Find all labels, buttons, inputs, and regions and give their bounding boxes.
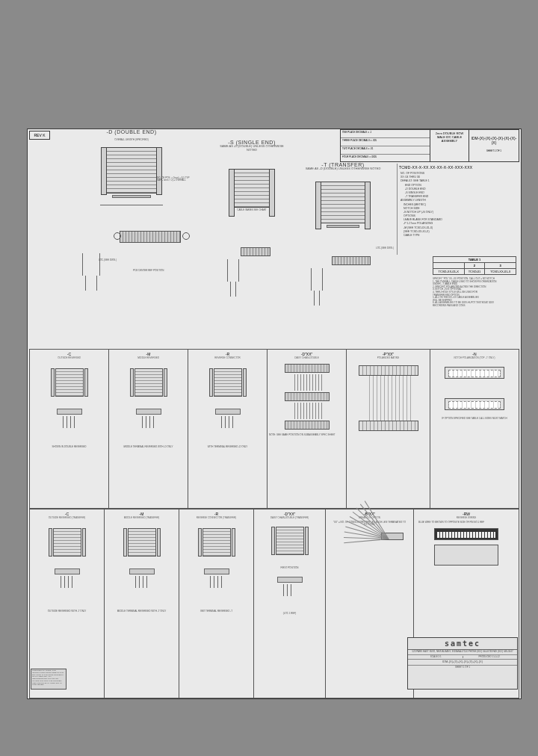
bot-r-foot: SMT TERMINAL REVERSED -T (181, 610, 252, 613)
legend-line: END OPTION (405, 184, 520, 187)
section-d: -D (DOUBLE END) OVERALL LENGTH (SPECIFIE… (50, 129, 213, 346)
mid-cell-r: -R REVERSE CONNECTOR WITH TERMINAL REVER… (188, 350, 268, 508)
section-t-sub: SAME AS -D (DOUBLE) UNLESS OTHERWISE NOT… (291, 167, 395, 171)
tolerance-table: ONE PLACE DECIMALS ± .1 THREE PLACE DECI… (341, 130, 430, 161)
mid-cell-m: -M MIDDLE REVERSED MIDDLE TERMINAL REVER… (109, 350, 188, 508)
bot-m-foot: MIDDLE TERMINAL REVERSED WITH -T ONLY (106, 610, 177, 613)
table1-r0c1: TCSD-01 (464, 269, 485, 275)
connector-t-drawing (321, 182, 365, 228)
drawing-sheet: REV K ONE PLACE DECIMALS ± .1 THREE PLAC… (27, 128, 522, 699)
mid-grid: -C OUTSIDE REVERSED SHOWN IN DOUBLE REVE… (29, 349, 519, 509)
mid-n-label: NOTCH POLARIZATION (TOP –T ONLY) (432, 356, 517, 359)
connector-d-drawing (106, 147, 157, 198)
mid-m-label: MIDDLE REVERSED (111, 356, 186, 359)
legend-line: (SEE TCSD-XX-S1-X) (404, 230, 520, 233)
legend-line: NOTCH SIDE (404, 207, 520, 210)
bot-rw-note: BLUE WIRE TO BROWN TO OPPOSITE SIDE OF P… (418, 521, 514, 524)
mid-m-foot: MIDDLE TERMINAL REVERSED WITH -D ONLY (111, 446, 186, 448)
samtec-sheet: SHEET 1 OF 1 (408, 666, 517, 670)
table1: TABLE 1 2 3 TCSD-XX-01-X TCSD-01 TCSD-XX… (433, 256, 516, 275)
sheet-no: SHEET 1 OF 1 (471, 149, 517, 152)
bot-c-foot: OUTSIDE REVERSED WITH -T ONLY (31, 610, 102, 613)
bot-cell-bxx: -B"XX" BREAKOUT OPTION "XX" = NO. OF CON… (326, 509, 414, 698)
samtec-logo: samtec (408, 638, 517, 650)
mid-dxx-foot: NOTE: SEE SAME POSITION ON SUBASSEMBLY S… (269, 434, 344, 436)
bot-dxx-footb: (LOC 1 REF) (256, 613, 324, 615)
table1-r0c2: TCSD-XX-01-X (485, 269, 516, 275)
section-t: -T (TRANSFER) SAME AS -D (DOUBLE) UNLESS… (291, 162, 395, 346)
table1-block: TABLE 1 2 3 TCSD-XX-01-X TCSD-01 TCSD-XX… (433, 256, 518, 346)
tol-r2r: FOUR PLACE DECIMALS ± .0005 (342, 155, 377, 162)
section-s-note: CABLE VARIES SEE CHART (214, 209, 289, 211)
section-d-note1: (NO. OF POS. × 2mm) + 6.5 TYP (GAP - 5mm… (156, 177, 210, 182)
section-d-title: -D (DOUBLE END) (50, 129, 213, 134)
section-s: -S (SINGLE END) SAME AS -D (DOUBLE) UNLE… (214, 129, 289, 346)
section-d-lenlabel: OVERALL LENGTH (SPECIFIED) (50, 139, 213, 141)
samtec-dwg: IDM-(X)-(X)-(X)-(X)-(X)-(X)-(X) (408, 660, 517, 666)
bot-r-label: REVERSE CONNECTOR (TRANSFER) (181, 516, 252, 519)
polarized-drawing (359, 365, 418, 431)
mid-c-label: OUTSIDE REVERSED (31, 356, 107, 359)
bot-m-label: MIDDLE REVERSED (TRANSFER) (106, 516, 177, 519)
legend-line: -D DOUBLE END (405, 188, 520, 190)
legend-line: LEAVE BLANK FOR STANDARD (404, 218, 520, 221)
legend-line: NO. OF POSITIONS (401, 172, 520, 175)
legend-line: XX: 04 THRU 30 (401, 176, 520, 179)
legend-line: INCHES (METRIC) (404, 203, 520, 206)
notes-list: SPECIFY "POL" IN –XX POSITION. CALL OUT … (433, 278, 518, 308)
bot-dxx-label: DAISY CHAIN-DOUBLE (TRANSFER) (256, 516, 324, 519)
tol-r2l: TWO PLACE DECIMALS ± .01 (342, 147, 373, 153)
legend-line: -T TRANSFER END (405, 195, 520, 198)
legend-line: -N NOTCH UP (-N ONLY) (404, 211, 520, 214)
breakout-drawing (336, 533, 404, 607)
legend-line: -S SINGLE END (405, 191, 520, 194)
bot-rw-label: REVERSE WIRING (415, 516, 517, 519)
section-d-lbl: LOC.(SEE DWG.) (99, 259, 139, 261)
revision-box: REV K (29, 131, 50, 140)
bot-cell-r: -R REVERSE CONNECTOR (TRANSFER) SMT TERM… (179, 509, 254, 698)
bot-c-label: OUTSIDE REVERSED (TRANSFER) (31, 516, 102, 519)
mid-pxx-label: POLARIZED MATING (348, 356, 428, 359)
mid-cell-n: -N NOTCH POLARIZATION (TOP –T ONLY) IF O… (430, 350, 519, 508)
samtec-by: PRODUCED 11-5-12 (463, 656, 516, 659)
table1-h0 (433, 263, 465, 269)
samtec-addr: 520 PARK EAST BLVD, NEW ALBANY, INDIANA … (408, 650, 517, 655)
rw-conn-drawing (434, 528, 498, 540)
table1-h1: 2 (464, 263, 485, 269)
mid-n-foot: IF OPTION SPECIFIED SEE TABLE 1 ALL SIDE… (432, 418, 517, 420)
table1-r0c0: TCSD-XX-01-X (433, 269, 465, 275)
table1-title: TABLE 1 (433, 257, 516, 263)
drawing-number-box: IDM-(X)-(X)-(X)-(X)-(X)-(X)-(X) SHEET 1 … (469, 130, 519, 161)
table1-h2: 3 (485, 263, 516, 269)
bot-cell-m: -M MIDDLE REVERSED (TRANSFER) MIDDLE TER… (105, 509, 179, 698)
legend-line: CABLE TYPE (404, 234, 520, 237)
tol-r1r: THREE PLACE DECIMALS ± .005 (342, 139, 377, 145)
bot-cell-dxx: -D"XX" DAISY CHAIN-DOUBLE (TRANSFER) FIR… (254, 509, 326, 698)
note-line: RECORDING PASS AND CONS (433, 305, 518, 308)
section-s-sub: SAME AS -D (DOUBLE) UNLESS OTHERWISE NOT… (214, 145, 289, 152)
section-t-note: LOC.(SEE DWG.) (376, 247, 394, 250)
mid-cell-c: -C OUTSIDE REVERSED SHOWN IN DOUBLE REVE… (30, 350, 109, 508)
mid-r-label: REVERSE CONNECTOR (190, 356, 265, 359)
tol-r1l: ONE PLACE DECIMALS ± .1 (342, 131, 371, 137)
mid-cell-pxx: -P"XX" POLARIZED MATING (347, 350, 430, 508)
pcb-footprint-s (226, 241, 278, 286)
legend-line: -M (SEE TCSD-XX-01-X) (404, 226, 520, 229)
bot-dxx-foota: FIRST POSITION (256, 567, 324, 569)
partno-legend: TCMD-XX-X-XX.XX-XX-X-XX-XXX-XXX NO. OF P… (397, 164, 520, 255)
pcb-note: PCB CENTER REF POSITION (133, 270, 164, 272)
pcb-footprint-t (309, 250, 377, 295)
title-block: ONE PLACE DECIMALS ± .1 THREE PLACE DECI… (340, 129, 519, 162)
pcb-footprint-d: LOC.(SEE DWG.) PCB CENTER REF POSITION (79, 225, 184, 285)
rw-slot-drawing (434, 545, 498, 566)
samtec-scale: SCALE 2:1 (409, 656, 463, 659)
legend-line: OPTIONS (404, 214, 520, 217)
proprietary-note: PROPRIETARY NOTE: THE INFORMATION CONTAI… (31, 669, 67, 690)
daisy-chain-drawing (285, 364, 330, 430)
notch-drawing (445, 367, 504, 379)
legend-line: DEFAULT: SEE TABLE 1 (401, 179, 520, 182)
partno-string: TCMD-XX-X-XX.XX-XX-X-XX-XXX-XXX (399, 165, 520, 170)
legend-line: -P 1.27mm POLARIZING (404, 222, 520, 225)
samtec-title-block: samtec 520 PARK EAST BLVD, NEW ALBANY, I… (407, 637, 518, 690)
mid-r-foot: WITH TERMINAL REVERSED -D ONLY (190, 446, 265, 448)
